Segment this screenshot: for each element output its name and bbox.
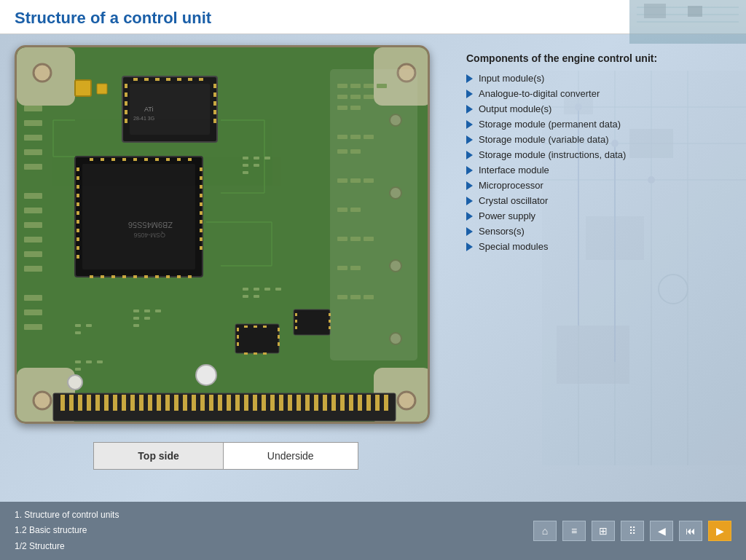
svg-rect-81 (90, 158, 93, 161)
svg-rect-92 (101, 275, 104, 278)
svg-rect-159 (337, 178, 348, 183)
svg-rect-63 (76, 194, 79, 197)
svg-rect-79 (200, 237, 203, 241)
svg-rect-96 (144, 275, 148, 278)
svg-rect-218 (254, 157, 259, 159)
pages-icon-btn[interactable]: ⊞ (592, 521, 615, 541)
svg-rect-85 (133, 158, 137, 161)
svg-rect-52 (188, 78, 192, 81)
svg-rect-125 (295, 320, 297, 323)
svg-rect-123 (294, 309, 330, 335)
svg-rect-133 (24, 149, 42, 155)
breadcrumb-line2: 1.2 Basic structure (15, 523, 119, 539)
svg-rect-186 (122, 395, 126, 411)
tab-top-side[interactable]: Top side (93, 442, 223, 470)
list-item: Analogue-to-digital converter (466, 88, 724, 99)
svg-rect-145 (337, 84, 348, 88)
svg-rect-69 (76, 246, 79, 250)
prev-icon-btn[interactable]: ◀ (650, 521, 673, 541)
svg-rect-227 (243, 295, 248, 298)
prev-icon: ◀ (658, 525, 666, 537)
list-item: Storage module (variable data) (466, 134, 724, 145)
svg-rect-241 (75, 368, 81, 371)
svg-rect-185 (113, 395, 117, 411)
breadcrumb-line1: 1. Structure of control units (15, 508, 119, 524)
component-label-2: Output module(s) (479, 103, 551, 114)
svg-rect-62 (76, 185, 79, 189)
svg-rect-221 (254, 164, 259, 167)
arrow-icon-9 (466, 212, 473, 221)
home-icon-btn[interactable]: ⌂ (533, 521, 557, 541)
svg-rect-206 (297, 395, 301, 411)
svg-rect-130 (24, 106, 42, 111)
svg-rect-234 (133, 324, 139, 327)
components-title: Components of the engine control unit: (466, 52, 724, 64)
svg-rect-211 (340, 395, 345, 411)
svg-rect-215 (375, 395, 380, 411)
bookmark-icon-btn[interactable]: ≡ (562, 521, 586, 541)
main-container: Structure of a control unit (0, 0, 746, 560)
svg-rect-73 (200, 185, 203, 189)
list-item: Storage module (instructions, data) (466, 149, 724, 160)
component-label-9: Power supply (479, 210, 535, 221)
svg-rect-143 (24, 324, 42, 330)
svg-rect-41 (125, 119, 127, 123)
svg-rect-200 (244, 395, 248, 411)
svg-rect-151 (364, 95, 374, 99)
svg-rect-137 (24, 222, 42, 228)
svg-rect-222 (243, 171, 248, 174)
svg-rect-112 (237, 335, 239, 339)
svg-rect-197 (218, 395, 222, 411)
tab-buttons: Top side Underside (93, 442, 358, 470)
svg-rect-50 (166, 78, 170, 81)
svg-rect-146 (350, 84, 361, 88)
svg-rect-213 (358, 395, 362, 411)
svg-rect-80 (200, 246, 203, 250)
svg-rect-90 (188, 158, 192, 161)
component-label-10: Sensors(s) (479, 226, 525, 237)
svg-rect-89 (177, 158, 181, 161)
svg-rect-33 (75, 80, 91, 96)
svg-rect-57 (82, 164, 195, 269)
svg-point-172 (390, 114, 401, 126)
grid-icon: ⠿ (629, 525, 636, 537)
svg-rect-150 (350, 95, 361, 99)
arrow-icon-1 (466, 90, 473, 98)
breadcrumb-line3: 1/2 Structure (15, 539, 119, 555)
component-label-8: Crystal oscillator (479, 195, 548, 206)
grid-icon-btn[interactable]: ⠿ (621, 521, 644, 541)
list-item: Microprocessor (466, 180, 724, 191)
svg-point-29 (34, 64, 51, 82)
svg-rect-156 (364, 135, 374, 139)
svg-rect-153 (350, 106, 361, 110)
svg-rect-116 (278, 342, 280, 346)
footer-toolbar: ⌂ ≡ ⊞ ⠿ ◀ ⏮ ▶ (533, 521, 731, 541)
right-panel: Components of the engine control unit: I… (452, 45, 731, 491)
svg-rect-53 (199, 78, 203, 81)
svg-rect-167 (337, 266, 348, 270)
arrow-icon-5 (466, 151, 473, 159)
svg-rect-223 (243, 288, 248, 291)
list-item: Input module(s) (466, 73, 724, 84)
svg-rect-45 (213, 110, 216, 114)
svg-rect-74 (200, 194, 203, 197)
svg-rect-238 (75, 360, 81, 363)
svg-rect-51 (177, 78, 181, 81)
svg-rect-141 (24, 295, 42, 301)
svg-rect-86 (144, 158, 148, 161)
svg-rect-239 (86, 360, 92, 363)
next-icon-btn[interactable]: ▶ (708, 521, 731, 541)
first-icon-btn[interactable]: ⏮ (679, 521, 702, 541)
svg-rect-182 (87, 395, 91, 411)
svg-rect-189 (148, 395, 152, 411)
svg-rect-169 (337, 295, 348, 299)
component-label-3: Storage module (permanent data) (479, 119, 621, 130)
svg-rect-65 (76, 211, 79, 215)
svg-rect-142 (24, 309, 42, 315)
svg-rect-236 (86, 324, 92, 327)
svg-rect-171 (364, 295, 374, 299)
arrow-icon-6 (466, 166, 473, 175)
svg-rect-170 (350, 295, 361, 299)
component-label-0: Input module(s) (479, 73, 544, 84)
tab-underside[interactable]: Underside (223, 442, 358, 470)
